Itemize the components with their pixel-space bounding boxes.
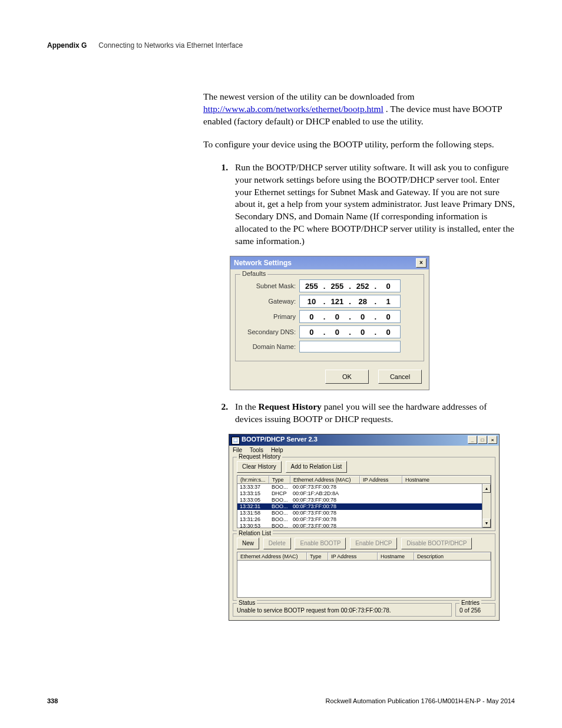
maximize-icon[interactable]: □: [478, 436, 487, 444]
intro-para-1: The newest version of the utility can be…: [203, 91, 515, 128]
add-to-relation-button[interactable]: Add to Relation List: [286, 461, 348, 473]
dialog-title: Network Settings: [234, 259, 292, 267]
intro-para-2: To configure your device using the BOOTP…: [203, 139, 515, 151]
scrollbar[interactable]: ▲ ▼: [482, 484, 491, 528]
download-link[interactable]: http://www.ab.com/networks/ethernet/boot…: [203, 104, 384, 114]
gateway-label: Gateway:: [242, 298, 296, 305]
domain-name-input[interactable]: [299, 341, 401, 353]
subnet-input[interactable]: 255. 255. 252. 0: [299, 279, 401, 292]
cancel-button[interactable]: Cancel: [378, 370, 422, 384]
relation-list[interactable]: [237, 560, 491, 598]
publication-info: Rockwell Automation Publication 1766-UM0…: [326, 697, 515, 704]
disable-bootp-dhcp-button: Disable BOOTP/DHCP: [401, 538, 472, 549]
chapter-title: Connecting to Networks via Ethernet Inte…: [98, 41, 243, 50]
minimize-icon[interactable]: _: [468, 436, 477, 444]
menu-tools[interactable]: Tools: [250, 447, 263, 453]
status-box: Status Unable to service BOOTP request f…: [233, 603, 452, 617]
step-2: In the Request History panel you will se…: [230, 401, 515, 426]
delete-button: Delete: [263, 538, 291, 549]
list-item: 13:30:53BOO...00:0F:73:FF:00:78: [237, 523, 491, 528]
entries-text: 0 of 256: [459, 607, 481, 614]
request-history-legend: Request History: [237, 453, 282, 460]
list-item: 13:33:37BOO...00:0F:73:FF:00:78: [237, 484, 491, 490]
domain-name-label: Domain Name:: [242, 343, 296, 350]
list-item: 13:33:15DHCP00:0F:1F:AB:2D:8A: [237, 490, 491, 497]
status-text: Unable to service BOOTP request from 00:…: [237, 607, 391, 614]
scroll-up-icon[interactable]: ▲: [482, 484, 491, 493]
scroll-down-icon[interactable]: ▼: [482, 519, 491, 528]
request-history-group: Request History Clear History Add to Rel…: [233, 457, 495, 531]
menu-file[interactable]: File: [233, 447, 242, 453]
step-1: Run the BOOTP/DHCP server utility softwa…: [230, 162, 515, 248]
running-header: Appendix G Connecting to Networks via Et…: [47, 41, 515, 50]
network-settings-dialog: Network Settings × Defaults Subnet Mask:…: [230, 256, 429, 390]
relation-list-legend: Relation List: [237, 530, 273, 536]
secondary-dns-label: Secondary DNS:: [242, 328, 296, 335]
enable-bootp-button: Enable BOOTP: [295, 538, 346, 549]
secondary-dns-input[interactable]: 0. 0. 0. 0: [299, 325, 401, 338]
ok-button[interactable]: OK: [325, 370, 369, 384]
list-item: 13:31:26BOO...00:0F:73:FF:00:78: [237, 516, 491, 523]
new-button[interactable]: New: [237, 538, 259, 549]
clear-history-button[interactable]: Clear History: [237, 461, 282, 473]
entries-box: Entries 0 of 256: [455, 603, 495, 617]
bootp-server-window: ⬚BOOTP/DHCP Server 2.3 _ □ × File Tools …: [229, 434, 500, 621]
window-title: ⬚BOOTP/DHCP Server 2.3: [232, 436, 318, 444]
list-item: 13:33:05BOO...00:0F:73:FF:00:78: [237, 497, 491, 503]
relation-list-group: Relation List New Delete Enable BOOTP En…: [233, 533, 495, 601]
list-item-selected: 13:32:31BOO...00:0F:73:FF:00:78: [237, 503, 491, 510]
primary-dns-input[interactable]: 0. 0. 0. 0: [299, 310, 401, 323]
appendix-label: Appendix G: [47, 41, 87, 50]
request-history-header: (hr:min:s... Type Ethernet Address (MAC)…: [237, 475, 491, 483]
close-icon[interactable]: ×: [416, 258, 427, 268]
menu-help[interactable]: Help: [271, 447, 283, 453]
relation-list-header: Ethernet Address (MAC) Type IP Address H…: [237, 552, 491, 560]
page-footer: 338 Rockwell Automation Publication 1766…: [47, 697, 515, 704]
primary-dns-label: Primary: [242, 313, 296, 320]
close-icon[interactable]: ×: [488, 436, 497, 444]
enable-dhcp-button: Enable DHCP: [350, 538, 397, 549]
page-number: 338: [47, 697, 58, 704]
request-history-list[interactable]: 13:33:37BOO...00:0F:73:FF:00:78 13:33:15…: [237, 483, 491, 528]
subnet-label: Subnet Mask:: [242, 282, 296, 289]
gateway-input[interactable]: 10. 121. 28. 1: [299, 295, 401, 308]
list-item: 13:31:58BOO...00:0F:73:FF:00:78: [237, 510, 491, 516]
defaults-legend: Defaults: [240, 270, 267, 277]
app-icon: ⬚: [232, 437, 240, 444]
